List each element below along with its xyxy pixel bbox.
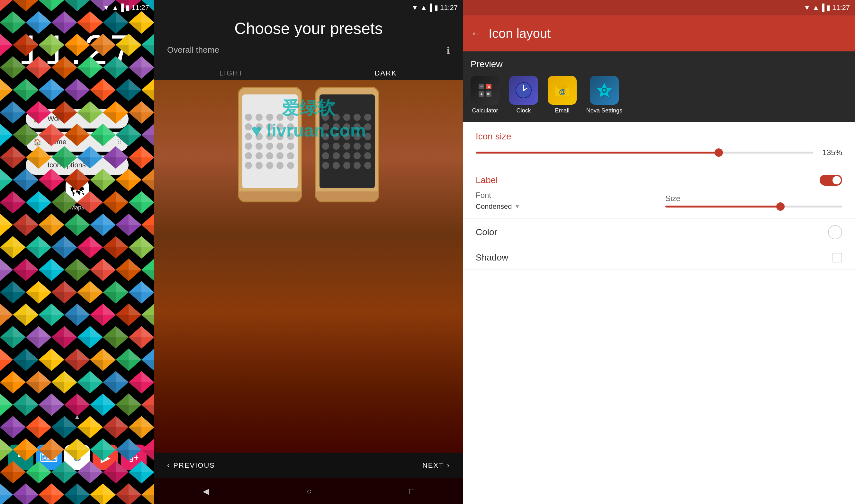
size-slider-row [665,205,842,208]
dot [353,162,361,169]
dot [256,162,263,169]
shadow-label: Shadow [476,252,508,263]
previous-button[interactable]: ‹ PREVIOUS [167,461,215,470]
icon-size-thumb[interactable] [715,148,723,157]
shadow-checkbox[interactable] [833,253,842,263]
toggle-knob [833,176,841,184]
size-track[interactable] [665,205,842,208]
signal-icon: ▲▐ [112,3,124,12]
presets-navbar: ◀ ○ □ [154,478,463,504]
dropdown-arrow-icon: ▼ [514,203,520,210]
presets-wifi-icon: ▼ [412,3,419,12]
icon-layout-toolbar: ← Icon layout [463,15,855,51]
dot [245,152,252,159]
panel-presets: ▼ ▲▐ ▮ 11:27 Choose your presets Overall… [154,0,463,504]
preview-app-calculator[interactable]: − × + = Calculator [471,76,500,114]
info-button[interactable]: ℹ [447,45,450,56]
settings-content: Icon size 135% Label Font [463,122,855,504]
dot [266,162,273,169]
label-title: Label [476,175,498,185]
dot [364,152,371,159]
svg-text:−: − [480,84,483,89]
il-wifi-icon: ▼ [804,3,810,12]
preview-app-clock[interactable]: Clock [509,76,538,114]
icon-size-slider-row: 135% [476,148,842,157]
icon-size-fill [476,151,719,154]
email-icon: @ [548,76,577,105]
dot [343,152,350,159]
dot [322,152,329,159]
dot [245,162,252,169]
home-background [0,0,154,504]
color-label: Color [476,227,497,237]
dot [353,143,361,150]
dot [287,143,294,150]
dot [256,152,263,159]
svg-point-17 [603,89,606,92]
svg-text:@: @ [559,88,566,96]
toolbar-back-button[interactable]: ← [471,27,482,40]
dot [276,143,283,150]
color-picker[interactable] [828,225,842,239]
font-column: Font Condensed ▼ [476,191,652,211]
next-arrow: › [447,461,450,470]
prev-arrow: ‹ [167,461,170,470]
watermark: 爱绿软 ♥ livruan.com [251,96,366,141]
presets-subtitle: Overall theme [167,45,219,55]
svg-point-11 [523,89,525,91]
font-dropdown[interactable]: Condensed ▼ [476,202,652,211]
color-row: Color [463,219,855,246]
nova-icon [590,76,619,105]
preview-app-email[interactable]: @ Email [548,76,577,114]
panel-icon-layout: ▼ ▲▐ ▮ 11:27 ← Icon layout Preview − [463,0,855,504]
preview-section: Preview − × + = Calculator [463,51,855,122]
preview-app-nova[interactable]: Nova Settings [586,76,622,114]
dot [322,162,329,169]
clock-label: Clock [516,107,531,114]
font-value: Condensed [476,202,512,211]
dot [245,143,252,150]
presets-navigation: ‹ PREVIOUS NEXT › [154,453,463,478]
presets-recents-button[interactable]: □ [409,486,414,496]
home-statusbar: ▼ ▲▐ ▮ 11:27 [0,0,154,15]
dot [276,162,283,169]
font-size-header-row: Font Condensed ▼ Size [476,191,842,211]
dot [353,152,361,159]
label-toggle[interactable] [820,175,842,186]
presets-time: 11:27 [440,3,458,12]
label-row: Label [476,175,842,186]
presets-statusbar-icons: ▼ ▲▐ ▮ 11:27 [412,3,458,12]
icon-size-track[interactable] [476,151,813,154]
il-battery-icon: ▮ [826,3,830,12]
dot [266,143,273,150]
clock-icon [509,76,538,105]
email-label: Email [555,107,569,114]
svg-text:+: + [480,92,483,97]
icon-size-title: Icon size [476,131,842,142]
previous-label: PREVIOUS [173,461,215,470]
svg-text:=: = [487,92,490,97]
nova-label: Nova Settings [586,107,622,114]
dot [343,143,350,150]
font-col-header: Font [476,191,652,200]
toolbar-title: Icon layout [489,26,551,41]
wifi-icon: ▼ [103,3,110,12]
dot [333,152,340,159]
il-time: 11:27 [832,3,850,12]
preview-icons: − × + = Calculator [471,76,847,114]
size-thumb[interactable] [776,202,785,211]
preview-label: Preview [471,59,847,69]
icon-size-section: Icon size 135% [463,122,855,167]
battery-icon: ▮ [126,3,129,12]
next-button[interactable]: NEXT › [422,461,450,470]
presets-back-button[interactable]: ◀ [203,486,209,496]
size-fill [665,205,781,208]
dot [333,143,340,150]
phone-bottom-dark [316,192,378,201]
il-signal-icon: ▲▐ [813,3,824,12]
label-section: Label Font Condensed ▼ Size [463,167,855,219]
calculator-icon: − × + = [471,76,500,105]
presets-home-button[interactable]: ○ [307,486,312,496]
statusbar-icons: ▼ ▲▐ ▮ 11:27 [103,3,149,12]
presets-signal-icon: ▲▐ [420,3,432,12]
